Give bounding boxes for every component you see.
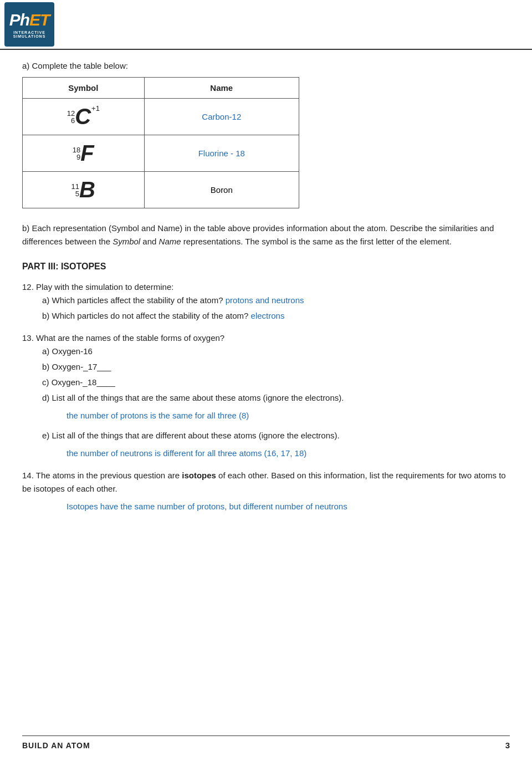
carbon-mass: 12 [67,110,75,117]
boron-mass: 11 [71,183,79,190]
symbol-boron: 11 5 B [23,172,145,208]
q14-answer: Isotopes have the same number of protons… [66,500,510,513]
q12-b-answer: electrons [251,311,285,320]
q13-e-answer: the number of neutrons is different for … [66,447,510,460]
part-iii: PART III: ISOTOPES 12. Play with the sim… [22,262,510,513]
section-a-label: a) Complete the table below: [22,61,510,70]
symbol-carbon: 12 6 C +1 [23,99,145,135]
q13-e: e) List all of the things that are diffe… [42,429,510,442]
fluorine-letter: F [80,141,94,166]
table-row: 18 9 F Fluorine - 18 [23,135,299,172]
q13-b: b) Oxygen-_17___ [42,360,510,374]
question-12: 12. Play with the simulation to determin… [22,280,510,323]
question-14: 14. The atoms in the previous question a… [22,469,510,513]
q13-text: 13. What are the names of the stable for… [22,331,510,345]
footer-title: BUILD AN ATOM [22,741,90,750]
page: Ph ET INTERACTIVE SIMULATIONS a) Complet… [0,0,532,761]
q13-d-answer: the number of protons is the same for al… [66,409,510,422]
carbon-name: Carbon-12 [144,99,299,135]
fluorine-name: Fluorine - 18 [144,135,299,172]
fluorine-atomic: 9 [76,154,80,161]
col-name: Name [144,78,299,99]
table-row: 12 6 C +1 Carbon-12 [23,99,299,135]
q13-a: a) Oxygen-16 [42,345,510,358]
section-b: b) Each representation (Symbol and Name)… [22,222,510,248]
q14-text: 14. The atoms in the previous question a… [22,469,510,496]
atom-table: Symbol Name 12 6 C [22,77,299,208]
q12-a: a) Which particles affect the stability … [42,294,510,307]
boron-name: Boron [144,172,299,208]
logo-container: Ph ET INTERACTIVE SIMULATIONS [4,0,106,49]
q12-text: 12. Play with the simulation to determin… [22,280,510,294]
main-content: a) Complete the table below: Symbol Name [0,50,532,544]
boron-letter: B [79,177,95,202]
part-iii-heading: PART III: ISOTOPES [22,262,510,272]
carbon-charge: +1 [91,104,100,113]
table-row: 11 5 B Boron [23,172,299,208]
carbon-atomic: 6 [71,117,75,124]
isotopes-bold: isotopes [182,471,216,480]
question-13: 13. What are the names of the stable for… [22,331,510,460]
boron-atomic: 5 [75,190,79,197]
footer-page: 3 [505,740,510,750]
q12-a-answer: protons and neutrons [226,295,304,305]
q13-d: d) List all of the things that are the s… [42,391,510,405]
q13-c: c) Oxygen-_18____ [42,376,510,389]
symbol-fluorine: 18 9 F [23,135,145,172]
phet-logo: Ph ET INTERACTIVE SIMULATIONS [4,2,54,47]
q12-b: b) Which particles do not affect the sta… [42,309,510,323]
header: Ph ET INTERACTIVE SIMULATIONS [0,0,532,50]
section-b-text-b: b) Each representation (Symbol and Name)… [22,223,494,246]
footer: BUILD AN ATOM 3 [22,736,510,750]
section-a: a) Complete the table below: Symbol Name [22,61,510,208]
carbon-letter: C [75,104,91,129]
col-symbol: Symbol [23,78,145,99]
fluorine-mass: 18 [73,146,80,154]
